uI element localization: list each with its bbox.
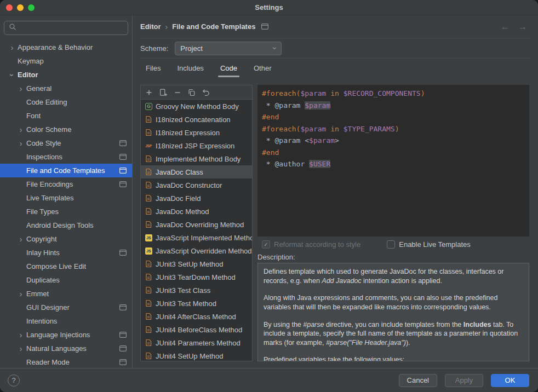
sidebar-item-duplicates[interactable]: Duplicates — [0, 273, 132, 287]
sidebar-item-language-injections[interactable]: ›Language Injections — [0, 328, 132, 342]
sidebar-item-file-types[interactable]: File Types — [0, 205, 132, 218]
remove-template-icon[interactable] — [171, 87, 184, 98]
cancel-button[interactable]: Cancel — [399, 374, 437, 387]
tab-other[interactable]: Other — [248, 59, 277, 78]
scheme-value: Project — [180, 44, 202, 53]
template-item-junit4-setup-method[interactable]: JUnit4 SetUp Method — [141, 349, 252, 361]
template-item-javadoc-field[interactable]: JavaDoc Field — [141, 192, 252, 205]
template-item-junit3-teardown-method[interactable]: JUnit3 TearDown Method — [141, 270, 252, 284]
template-item-groovy-new-method-body[interactable]: GGroovy New Method Body — [141, 100, 252, 113]
template-editor[interactable]: #foreach($param in $RECORD_COMPONENTS) *… — [257, 85, 529, 237]
description-panel[interactable]: Defines template which used to generate … — [257, 263, 529, 361]
template-item-javadoc-constructor[interactable]: JavaDoc Constructor — [141, 178, 252, 192]
live-templates-checkbox[interactable] — [387, 240, 395, 249]
description-paragraph: Predefined variables take the following … — [264, 355, 523, 361]
template-item-javadoc-class[interactable]: JavaDoc Class — [141, 165, 252, 178]
sidebar-item-editor[interactable]: ›Editor — [0, 68, 132, 82]
template-item-javadoc-overriding-method[interactable]: JavaDoc Overriding Method — [141, 218, 252, 231]
create-template-icon[interactable] — [142, 87, 156, 98]
template-item-javascript-implemented-method[interactable]: JSJavaScript Implemented Method — [141, 231, 252, 244]
breadcrumb-part-file-and-code-templates[interactable]: File and Code Templates — [172, 22, 255, 31]
template-item-junit4-afterclass-method[interactable]: JUnit4 AfterClass Method — [141, 310, 252, 323]
description-paragraph: Along with Java expressions and comments… — [264, 293, 523, 312]
editor-settings-icon — [119, 359, 127, 365]
sidebar-item-file-encodings[interactable]: File Encodings — [0, 177, 132, 191]
back-button[interactable]: ← — [501, 22, 510, 32]
reformat-checkbox[interactable] — [262, 240, 270, 249]
sidebar-item-intentions[interactable]: Intentions — [0, 314, 132, 328]
sidebar-item-color-scheme[interactable]: ›Color Scheme — [0, 123, 132, 136]
sidebar-item-code-style[interactable]: ›Code Style — [0, 136, 132, 150]
sidebar-item-android-design-tools[interactable]: Android Design Tools — [0, 218, 132, 232]
close-window-button[interactable] — [6, 4, 13, 11]
create-child-template-icon[interactable] — [157, 87, 170, 98]
template-item-junit4-beforeclass-method[interactable]: JUnit4 BeforeClass Method — [141, 323, 252, 336]
forward-button[interactable]: → — [518, 22, 527, 32]
sidebar-item-inlay-hints[interactable]: Inlay Hints — [0, 246, 132, 260]
settings-search-input[interactable] — [4, 21, 128, 35]
sidebar-item-reader-mode[interactable]: Reader Mode — [0, 355, 132, 368]
template-item-i18nized-concatenation[interactable]: I18nized Concatenation — [141, 113, 252, 126]
sidebar-item-compose-live-edit[interactable]: Compose Live Edit — [0, 260, 132, 273]
sidebar-item-live-templates[interactable]: Live Templates — [0, 191, 132, 205]
sidebar-item-code-editing[interactable]: Code Editing — [0, 95, 132, 109]
sidebar-item-label: Android Design Tools — [26, 221, 94, 229]
template-item-junit3-test-method[interactable]: JUnit3 Test Method — [141, 297, 252, 310]
sidebar-item-copyright[interactable]: ›Copyright — [0, 232, 132, 246]
copy-template-icon[interactable] — [185, 87, 198, 98]
breadcrumb-part-editor[interactable]: Editor — [140, 22, 161, 31]
template-item-junit3-setup-method[interactable]: JUnit3 SetUp Method — [141, 257, 252, 270]
chevron-right-icon[interactable]: › — [15, 125, 26, 134]
file-template-icon — [144, 194, 153, 203]
sidebar-item-label: File and Code Templates — [26, 166, 105, 175]
template-item-label: JUnit3 Test Class — [156, 286, 210, 295]
reformat-checkbox-row[interactable]: Reformat according to style — [262, 240, 360, 249]
sidebar-item-inspections[interactable]: Inspections — [0, 150, 132, 164]
minimize-window-button[interactable] — [17, 4, 24, 11]
sidebar-item-gui-designer[interactable]: GUI Designer — [0, 301, 132, 314]
file-template-icon — [144, 286, 153, 295]
template-item-implemented-method-body[interactable]: Implemented Method Body — [141, 152, 252, 165]
template-item-i18nized-jsp-expression[interactable]: JSPI18nized JSP Expression — [141, 139, 252, 152]
help-button[interactable]: ? — [8, 374, 20, 387]
ok-button[interactable]: OK — [491, 374, 529, 387]
tab-includes[interactable]: Includes — [171, 59, 209, 78]
editor-settings-icon — [119, 250, 127, 256]
template-item-i18nized-expression[interactable]: I18nized Expression — [141, 126, 252, 139]
sidebar-item-label: Intentions — [26, 317, 57, 325]
apply-button[interactable]: Apply — [445, 374, 483, 387]
template-item-javadoc-method[interactable]: JavaDoc Method — [141, 205, 252, 218]
template-item-junit4-parameters-method[interactable]: JUnit4 Parameters Method — [141, 336, 252, 349]
sidebar-item-emmet[interactable]: ›Emmet — [0, 287, 132, 301]
chevron-right-icon[interactable]: › — [15, 235, 26, 244]
sidebar-item-keymap[interactable]: Keymap — [0, 54, 132, 68]
javascript-file-icon: JS — [145, 234, 152, 241]
template-item-junit3-test-class[interactable]: JUnit3 Test Class — [141, 284, 252, 297]
scheme-select[interactable]: Project › — [175, 42, 282, 55]
zoom-window-button[interactable] — [28, 4, 35, 11]
chevron-right-icon[interactable]: › — [7, 43, 18, 52]
sidebar-item-file-and-code-templates[interactable]: File and Code Templates — [0, 164, 132, 177]
chevron-right-icon[interactable]: › — [15, 84, 26, 93]
sidebar-item-general[interactable]: ›General — [0, 82, 132, 95]
chevron-down-icon[interactable]: › — [8, 70, 16, 80]
chevron-right-icon[interactable]: › — [15, 344, 26, 353]
window-title: Settings — [0, 3, 538, 11]
chevron-right-icon[interactable]: › — [15, 139, 26, 148]
chevron-right-icon[interactable]: › — [15, 290, 26, 298]
sidebar-item-appearance-behavior[interactable]: ›Appearance & Behavior — [0, 41, 132, 54]
file-template-icon — [144, 168, 153, 176]
editor-settings-icon — [119, 181, 127, 187]
reset-to-default-icon[interactable] — [199, 87, 213, 98]
file-template-icon — [144, 207, 153, 216]
tab-code[interactable]: Code — [215, 59, 243, 78]
sidebar-item-natural-languages[interactable]: ›Natural Languages — [0, 342, 132, 355]
tab-files[interactable]: Files — [140, 59, 166, 78]
chevron-right-icon[interactable]: › — [15, 331, 26, 339]
template-item-label: I18nized Concatenation — [156, 116, 231, 124]
template-item-label: JUnit4 SetUp Method — [156, 352, 224, 360]
sidebar-item-label: GUI Designer — [26, 303, 70, 312]
template-item-javascript-overridden-method[interactable]: JSJavaScript Overridden Method — [141, 244, 252, 257]
live-templates-checkbox-row[interactable]: Enable Live Templates — [387, 240, 471, 249]
sidebar-item-font[interactable]: Font — [0, 109, 132, 123]
